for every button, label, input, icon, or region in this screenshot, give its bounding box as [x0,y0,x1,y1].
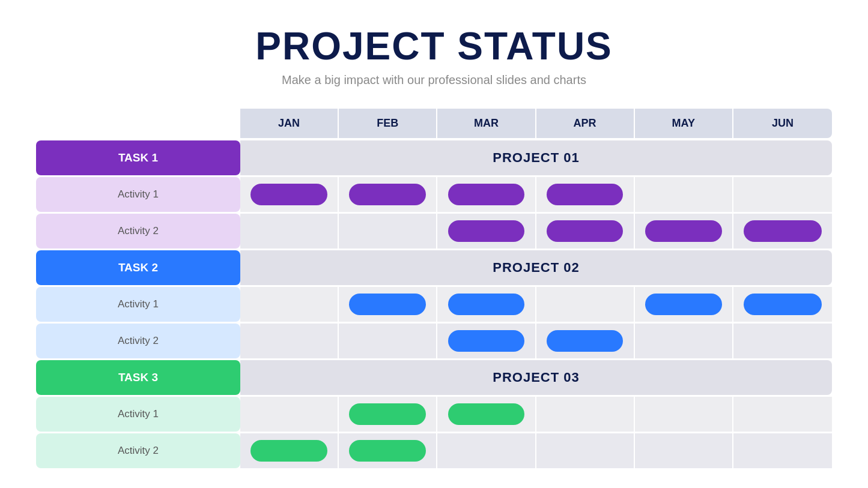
activity-label-task3-1: Activity 2 [36,433,240,468]
gantt-header: JAN FEB MAR APR MAY JUN [36,109,832,138]
gantt-cell-task3-1-4 [635,433,733,468]
gantt-cell-task3-0-2 [437,397,536,432]
page-subtitle: Make a big impact with our professional … [282,73,586,87]
gantt-cell-task3-0-3 [536,397,635,432]
activity-label-task2-1: Activity 2 [36,324,240,358]
task-label-task1: TASK 1 [36,140,240,175]
bar-task1-1-2 [448,220,525,242]
month-feb: FEB [339,109,437,138]
bar-task1-0-0 [250,184,327,205]
gantt-cell-task3-0-5 [733,397,832,432]
gantt-body: TASK 1PROJECT 01Activity 1Activity 2TASK… [36,140,832,468]
gantt-cell-task1-1-0 [240,214,339,249]
gantt-cell-task2-0-2 [437,287,536,322]
bar-task3-0-2 [448,403,525,425]
gantt-cell-task1-0-3 [536,177,635,212]
gantt-cell-task3-1-1 [339,433,437,468]
gantt-cell-task2-0-0 [240,287,339,322]
task-label-task2: TASK 2 [36,250,240,285]
task-row-task2: TASK 2PROJECT 02 [36,250,832,285]
gantt-cell-task1-0-1 [339,177,437,212]
activity-label-task2-0: Activity 1 [36,287,240,322]
bar-task3-1-1 [349,440,426,462]
bar-task1-1-5 [744,220,821,242]
gantt-cell-task1-1-2 [437,214,536,249]
page-title: PROJECT STATUS [255,24,613,68]
task-label-task3: TASK 3 [36,360,240,395]
bar-task2-0-4 [645,294,722,315]
gantt-cell-task2-1-1 [339,324,437,358]
project-label-task2: PROJECT 02 [240,250,832,285]
gantt-cell-task2-1-3 [536,324,635,358]
gantt-cell-task3-1-2 [437,433,536,468]
gantt-chart: JAN FEB MAR APR MAY JUN TASK 1PROJECT 01… [36,109,832,470]
activity-row-task1-0: Activity 1 [36,177,832,212]
gantt-cell-task1-1-3 [536,214,635,249]
gantt-cell-task2-0-4 [635,287,733,322]
bar-task3-1-0 [250,440,327,462]
header-empty [36,109,240,138]
project-label-task3: PROJECT 03 [240,360,832,395]
bar-task2-0-1 [349,294,426,315]
gantt-cell-task2-0-5 [733,287,832,322]
bar-task1-0-1 [349,184,426,205]
activity-row-task1-1: Activity 2 [36,214,832,249]
activity-row-task3-1: Activity 2 [36,433,832,468]
month-jun: JUN [733,109,832,138]
bar-task1-0-3 [547,184,624,205]
gantt-cell-task1-0-5 [733,177,832,212]
bar-task2-0-2 [448,294,525,315]
gantt-cell-task2-1-5 [733,324,832,358]
gantt-cell-task3-1-0 [240,433,339,468]
gantt-cell-task1-0-4 [635,177,733,212]
activity-row-task2-1: Activity 2 [36,324,832,358]
gantt-cell-task1-0-0 [240,177,339,212]
gantt-cell-task3-0-0 [240,397,339,432]
activity-row-task2-0: Activity 1 [36,287,832,322]
bar-task1-1-4 [645,220,722,242]
month-mar: MAR [437,109,536,138]
gantt-cell-task2-0-3 [536,287,635,322]
gantt-cell-task1-1-1 [339,214,437,249]
gantt-cell-task1-1-5 [733,214,832,249]
gantt-cell-task3-1-5 [733,433,832,468]
project-label-task1: PROJECT 01 [240,140,832,175]
task-row-task1: TASK 1PROJECT 01 [36,140,832,175]
activity-label-task1-1: Activity 2 [36,214,240,249]
task-row-task3: TASK 3PROJECT 03 [36,360,832,395]
bar-task3-0-1 [349,403,426,425]
month-may: MAY [635,109,733,138]
gantt-cell-task2-1-0 [240,324,339,358]
bar-task2-1-2 [448,330,525,352]
gantt-cell-task2-0-1 [339,287,437,322]
gantt-cell-task1-1-4 [635,214,733,249]
activity-label-task1-0: Activity 1 [36,177,240,212]
activity-label-task3-0: Activity 1 [36,397,240,432]
gantt-cell-task2-1-2 [437,324,536,358]
gantt-cell-task3-0-1 [339,397,437,432]
month-apr: APR [536,109,635,138]
bar-task2-0-5 [744,294,821,315]
gantt-cell-task3-1-3 [536,433,635,468]
bar-task2-1-3 [547,330,624,352]
gantt-cell-task1-0-2 [437,177,536,212]
bar-task1-1-3 [547,220,624,242]
gantt-cell-task3-0-4 [635,397,733,432]
activity-row-task3-0: Activity 1 [36,397,832,432]
bar-task1-0-2 [448,184,525,205]
gantt-cell-task2-1-4 [635,324,733,358]
month-jan: JAN [240,109,339,138]
